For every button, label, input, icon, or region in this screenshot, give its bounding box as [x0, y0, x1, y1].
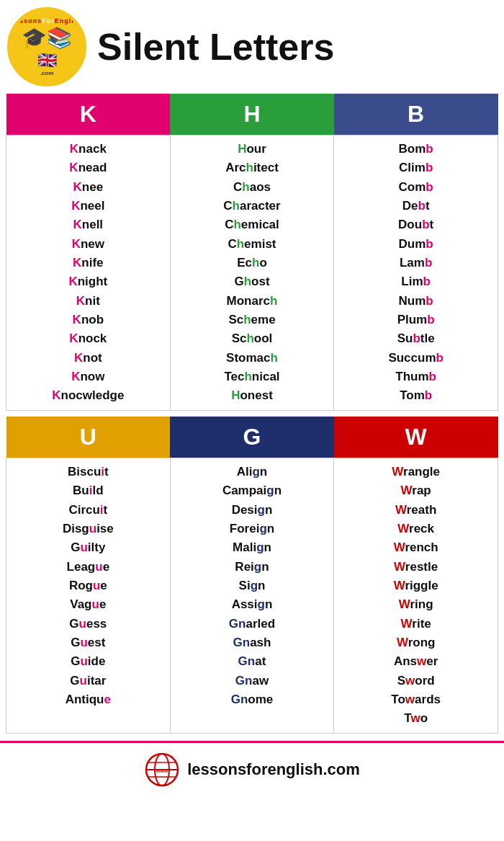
list-item: Lamb: [337, 254, 495, 272]
list-item: Gnome: [174, 690, 331, 709]
list-item: Sign: [174, 577, 331, 595]
list-item: Biscuit: [9, 463, 167, 481]
list-item: League: [9, 558, 167, 577]
list-item: Character: [174, 197, 331, 215]
list-item: Towards: [337, 690, 495, 709]
list-item: Chemical: [174, 215, 331, 234]
list-item: Subtle: [337, 329, 495, 348]
list-item: Guilty: [9, 538, 167, 557]
list-item: Plumb: [337, 311, 495, 329]
list-item: Thumb: [337, 368, 495, 386]
list-item: Climb: [337, 159, 495, 177]
header-u: U: [6, 417, 171, 458]
list-item: Echo: [174, 254, 331, 272]
list-item: Stomach: [174, 349, 331, 368]
list-item: Limb: [337, 272, 495, 291]
list-item: Knife: [9, 254, 167, 272]
list-item: Knock: [9, 329, 167, 348]
footer-url: lessonsforenglish.com: [187, 760, 360, 779]
list-item: Wrong: [337, 633, 495, 652]
list-item: Sword: [337, 672, 495, 690]
list-item: Architect: [174, 159, 331, 177]
list-item: Technical: [174, 368, 331, 386]
list-item: Two: [337, 709, 495, 728]
svg-text:www: www: [156, 768, 168, 773]
list-item: Knee: [9, 178, 167, 197]
col-h: Hour Architect Chaos Character Chemical …: [170, 135, 334, 411]
page-footer: www lessonsforenglish.com: [0, 741, 504, 796]
list-item: Gnat: [174, 652, 331, 671]
header-g: G: [170, 417, 334, 458]
list-item: Bomb: [337, 140, 495, 159]
list-item: Honest: [174, 386, 331, 405]
list-item: Doubt: [337, 215, 495, 234]
list-item: Wrap: [337, 481, 495, 500]
list-item: Wrangle: [337, 463, 495, 481]
header-k: K: [6, 94, 171, 135]
list-item: Succumb: [337, 349, 495, 368]
content-area: K H B Knack Knead Knee Kneel Knell Knew …: [0, 94, 504, 741]
header-w: W: [334, 417, 498, 458]
list-item: Disguise: [9, 520, 167, 538]
list-item: Knew: [9, 235, 167, 254]
list-item: Gnash: [174, 633, 331, 652]
list-item: Build: [9, 481, 167, 500]
list-item: Guest: [9, 633, 167, 652]
list-item: Knit: [9, 292, 167, 311]
logo-text-top: LessonsForEnglish: [8, 17, 86, 25]
list-item: Monarch: [174, 292, 331, 311]
list-item: Wring: [337, 595, 495, 614]
logo-books-icon: 🎓📚: [22, 26, 72, 50]
logo-flag-icon: 🇬🇧: [37, 51, 57, 70]
list-item: Circuit: [9, 501, 167, 520]
list-item: Debt: [337, 197, 495, 215]
list-item: Guess: [9, 615, 167, 633]
list-item: Knell: [9, 215, 167, 234]
list-item: School: [174, 329, 331, 348]
list-item: Wreath: [337, 501, 495, 520]
list-item: Dumb: [337, 235, 495, 254]
list-item: Guide: [9, 652, 167, 671]
list-item: Gnarled: [174, 615, 331, 633]
list-item: Chemist: [174, 235, 331, 254]
list-item: Wrench: [337, 538, 495, 557]
list-item: Chaos: [174, 178, 331, 197]
col-g: Align Campaign Design Foreign Malign Rei…: [170, 458, 334, 733]
list-item: Design: [174, 501, 331, 520]
list-item: Ghost: [174, 272, 331, 291]
page-header: LessonsForEnglish 🎓📚 🇬🇧 .com Silent Lett…: [0, 0, 504, 94]
list-item: Knead: [9, 159, 167, 177]
globe-icon: www: [144, 752, 180, 788]
list-item: Know: [9, 368, 167, 386]
list-item: Wreck: [337, 520, 495, 538]
section-ugw: U G W Biscuit Build Circuit Disguise Gui…: [6, 417, 498, 734]
col-u: Biscuit Build Circuit Disguise Guilty Le…: [6, 458, 171, 733]
header-h: H: [170, 94, 334, 135]
logo-url: .com: [40, 70, 54, 76]
list-item: Assign: [174, 595, 331, 614]
page-title: Silent Letters: [97, 28, 334, 66]
list-item: Malign: [174, 538, 331, 557]
list-item: Knot: [9, 349, 167, 368]
col-b: Bomb Climb Comb Debt Doubt Dumb Lamb Lim…: [334, 135, 498, 411]
list-item: Antique: [9, 690, 167, 709]
header-b: B: [334, 94, 498, 135]
col-w: Wrangle Wrap Wreath Wreck Wrench Wrestle…: [334, 458, 498, 733]
list-item: Tomb: [337, 386, 495, 405]
list-item: Scheme: [174, 311, 331, 329]
list-item: Rogue: [9, 577, 167, 595]
list-item: Campaign: [174, 481, 331, 500]
list-item: Gnaw: [174, 672, 331, 690]
list-item: Comb: [337, 178, 495, 197]
list-item: Align: [174, 463, 331, 481]
list-item: Numb: [337, 292, 495, 311]
list-item: Kneel: [9, 197, 167, 215]
list-item: Knob: [9, 311, 167, 329]
list-item: Knocwledge: [9, 386, 167, 405]
list-item: Hour: [174, 140, 331, 159]
logo: LessonsForEnglish 🎓📚 🇬🇧 .com: [7, 7, 86, 86]
list-item: Wrestle: [337, 558, 495, 577]
list-item: Foreign: [174, 520, 331, 538]
list-item: Guitar: [9, 672, 167, 690]
section-khb: K H B Knack Knead Knee Kneel Knell Knew …: [6, 94, 498, 411]
